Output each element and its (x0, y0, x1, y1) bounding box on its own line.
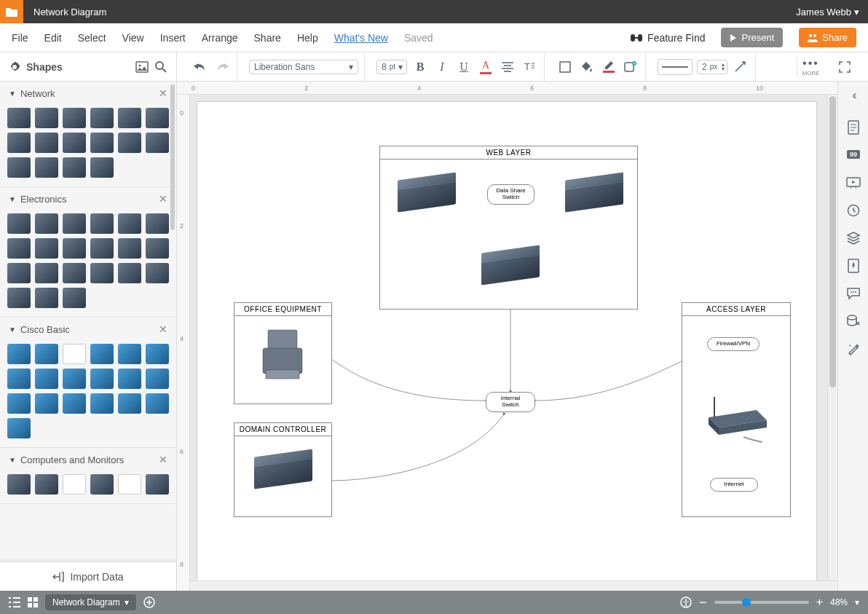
shape-item[interactable] (146, 344, 169, 364)
shape-item[interactable] (63, 133, 86, 153)
switch-device[interactable] (565, 182, 623, 208)
zoom-slider[interactable] (714, 601, 809, 604)
close-icon[interactable]: ✕ (159, 193, 167, 205)
close-icon[interactable]: ✕ (159, 454, 167, 465)
shape-item[interactable] (146, 263, 169, 283)
canvas-scrollbar-horizontal[interactable] (190, 580, 837, 591)
theme-icon[interactable] (845, 258, 861, 274)
grid-view-icon[interactable] (28, 597, 38, 607)
shape-item[interactable] (90, 133, 114, 153)
collapse-right-button[interactable]: ‹‹ (852, 86, 854, 108)
shape-item[interactable] (118, 369, 141, 389)
shape-item[interactable] (35, 157, 58, 178)
shape-item[interactable] (146, 393, 169, 414)
shape-item[interactable] (90, 238, 114, 259)
chevron-down-icon[interactable]: ▾ (855, 597, 859, 607)
present-button[interactable]: Present (721, 28, 783, 47)
library-electronics-header[interactable]: ▼ Electronics ✕ (0, 187, 176, 210)
shape-item[interactable] (35, 238, 58, 259)
undo-button[interactable] (192, 58, 209, 76)
shape-tool-button[interactable] (556, 58, 574, 76)
shape-item[interactable] (118, 263, 141, 283)
shape-item[interactable] (35, 213, 58, 234)
text-color-button[interactable]: A (477, 58, 494, 76)
line-tool-button[interactable] (732, 58, 749, 76)
shape-item[interactable] (7, 288, 31, 308)
shape-item[interactable] (118, 344, 141, 364)
share-button[interactable]: Share (799, 28, 856, 47)
accessibility-icon[interactable] (680, 597, 692, 608)
shape-item[interactable] (35, 108, 58, 128)
shape-item[interactable] (7, 344, 31, 364)
document-title[interactable]: Network Diagram (33, 7, 106, 17)
shape-item[interactable] (90, 213, 114, 234)
shape-item[interactable] (146, 213, 169, 234)
menu-whats-new[interactable]: What's New (334, 32, 388, 44)
shape-item[interactable] (35, 263, 58, 283)
menu-edit[interactable]: Edit (44, 32, 62, 44)
fullscreen-button[interactable] (836, 58, 853, 76)
shape-item[interactable] (35, 369, 58, 389)
menu-insert[interactable]: Insert (160, 32, 186, 44)
add-page-button[interactable] (143, 597, 155, 608)
shape-item[interactable] (146, 133, 169, 153)
menu-share[interactable]: Share (254, 32, 281, 44)
close-icon[interactable]: ✕ (159, 87, 167, 99)
page-tab[interactable]: Network Diagram ▾ (45, 594, 136, 610)
line-width-select[interactable]: 2 px▴▾ (697, 60, 727, 74)
shape-item[interactable] (7, 108, 31, 128)
fill-button[interactable] (578, 58, 596, 76)
router-device[interactable] (700, 390, 765, 448)
canvas[interactable]: 0 2 4 6 8 10 0 2 4 6 8 (177, 82, 837, 591)
menu-file[interactable]: File (12, 32, 28, 44)
presentation-icon[interactable] (845, 175, 861, 191)
web-layer-box[interactable]: WEB LAYER (379, 146, 638, 310)
diagram-page[interactable]: WEB LAYER Data Share Switch OFFICE EQUIP… (197, 102, 816, 583)
shape-item[interactable] (63, 238, 86, 259)
shape-item[interactable] (63, 369, 86, 389)
printer-device[interactable] (257, 326, 308, 377)
image-icon[interactable] (135, 61, 149, 73)
shape-item[interactable] (63, 263, 86, 283)
shape-item[interactable] (35, 288, 58, 308)
menu-select[interactable]: Select (78, 32, 106, 44)
zoom-level[interactable]: 48% (830, 597, 848, 607)
internet-label[interactable]: Internet (710, 478, 758, 492)
shape-item[interactable] (7, 157, 31, 178)
layers-icon[interactable] (845, 230, 861, 246)
shape-item[interactable] (90, 157, 114, 178)
chat-icon[interactable] (845, 286, 861, 302)
switch-device[interactable] (398, 182, 456, 208)
history-icon[interactable] (845, 202, 861, 219)
magic-icon[interactable] (845, 341, 861, 357)
shape-item[interactable] (35, 133, 58, 153)
shape-item[interactable] (118, 238, 141, 259)
font-size-select[interactable]: 8 pt▾ (376, 60, 407, 74)
text-options-button[interactable]: T (521, 58, 538, 76)
shape-item[interactable] (7, 474, 31, 495)
shape-item[interactable] (63, 157, 86, 178)
list-view-icon[interactable] (9, 597, 20, 607)
shape-item[interactable] (90, 474, 114, 495)
shape-item[interactable] (118, 393, 141, 414)
menu-help[interactable]: Help (297, 32, 318, 44)
import-data-button[interactable]: Import Data (0, 562, 176, 591)
shape-item[interactable] (7, 133, 31, 153)
comments-icon[interactable]: 99 (845, 147, 861, 163)
shape-item[interactable] (63, 344, 86, 364)
shape-item[interactable] (146, 474, 169, 495)
shape-item[interactable] (35, 474, 58, 495)
shape-item[interactable] (118, 213, 141, 234)
shape-item[interactable] (7, 238, 31, 259)
font-select[interactable]: Liberation Sans▾ (249, 60, 358, 74)
shape-item[interactable] (63, 288, 86, 308)
close-icon[interactable]: ✕ (159, 323, 167, 335)
shape-item[interactable] (146, 108, 169, 128)
redo-button[interactable] (213, 58, 231, 76)
shape-item[interactable] (7, 369, 31, 389)
shape-item[interactable] (118, 133, 141, 153)
data-share-switch-label[interactable]: Data Share Switch (487, 184, 534, 205)
shape-item[interactable] (7, 393, 31, 414)
line-style-select[interactable] (658, 59, 693, 75)
shape-item[interactable] (90, 263, 114, 283)
